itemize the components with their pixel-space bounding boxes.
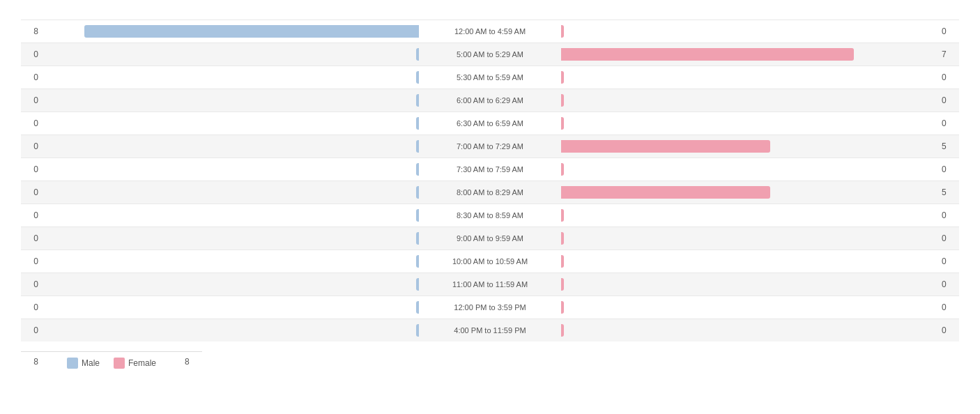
male-bar <box>416 140 419 153</box>
female-bar-container <box>560 319 938 342</box>
male-value: 0 <box>21 72 42 82</box>
male-value: 0 <box>21 187 42 197</box>
female-bar <box>561 301 564 314</box>
male-value: 0 <box>21 49 42 59</box>
time-label: 8:00 AM to 8:29 AM <box>420 188 560 197</box>
legend: MaleFemale <box>42 358 181 369</box>
bars-wrapper: 10:00 AM to 10:59 AM <box>42 250 938 273</box>
male-bar <box>416 278 419 291</box>
male-bar-container <box>42 112 420 135</box>
bars-wrapper: 4:00 PM to 11:59 PM <box>42 319 938 342</box>
male-value: 0 <box>21 141 42 151</box>
time-label: 11:00 AM to 11:59 AM <box>420 280 560 289</box>
male-bar-container <box>42 204 420 227</box>
bars-wrapper: 7:00 AM to 7:29 AM <box>42 135 938 158</box>
female-bar <box>561 232 564 245</box>
male-value: 0 <box>21 95 42 105</box>
chart-row: 04:00 PM to 11:59 PM0 <box>21 319 959 342</box>
chart-container: 812:00 AM to 4:59 AM005:00 AM to 5:29 AM… <box>0 0 980 414</box>
female-bar <box>561 48 854 61</box>
time-label: 9:00 AM to 9:59 AM <box>420 234 560 243</box>
male-bar-container <box>42 135 420 158</box>
x-axis-right: 8 <box>181 357 202 367</box>
time-label: 12:00 AM to 4:59 AM <box>420 27 560 36</box>
female-value: 7 <box>938 49 959 59</box>
female-bar <box>561 25 564 38</box>
male-bar <box>84 25 419 38</box>
time-label: 5:00 AM to 5:29 AM <box>420 50 560 59</box>
female-bar-container <box>560 20 938 43</box>
time-label: 12:00 PM to 3:59 PM <box>420 303 560 312</box>
female-value: 0 <box>938 325 959 335</box>
male-bar-container <box>42 250 420 273</box>
female-value: 0 <box>938 256 959 266</box>
female-value: 0 <box>938 279 959 289</box>
female-bar <box>561 140 770 153</box>
female-bar <box>561 71 564 84</box>
legend-male-box <box>67 358 78 369</box>
male-bar-container <box>42 273 420 296</box>
time-label: 6:00 AM to 6:29 AM <box>420 96 560 105</box>
bars-wrapper: 12:00 PM to 3:59 PM <box>42 296 938 319</box>
chart-row: 09:00 AM to 9:59 AM0 <box>21 227 959 250</box>
bars-wrapper: 6:00 AM to 6:29 AM <box>42 89 938 112</box>
male-bar-container <box>42 20 420 43</box>
male-bar-container <box>42 227 420 250</box>
female-bar-container <box>560 227 938 250</box>
female-bar-container <box>560 181 938 204</box>
time-label: 5:30 AM to 5:59 AM <box>420 73 560 82</box>
female-bar-container <box>560 273 938 296</box>
bottom-row: 8MaleFemale8 <box>21 351 959 369</box>
female-value: 0 <box>938 95 959 105</box>
female-bar-container <box>560 204 938 227</box>
time-label: 4:00 PM to 11:59 PM <box>420 326 560 335</box>
female-value: 0 <box>938 118 959 128</box>
female-bar <box>561 278 564 291</box>
female-value: 0 <box>938 302 959 312</box>
bars-wrapper: 5:00 AM to 5:29 AM <box>42 43 938 66</box>
legend-male: Male <box>67 358 100 369</box>
male-value: 0 <box>21 325 42 335</box>
male-bar-container <box>42 296 420 319</box>
male-bar-container <box>42 158 420 181</box>
male-bar <box>416 301 419 314</box>
male-value: 0 <box>21 302 42 312</box>
legend-female-label: Female <box>128 358 156 368</box>
legend-female-box <box>114 358 125 369</box>
male-bar <box>416 232 419 245</box>
bars-wrapper: 8:00 AM to 8:29 AM <box>42 181 938 204</box>
male-bar <box>416 163 419 176</box>
bars-wrapper: 9:00 AM to 9:59 AM <box>42 227 938 250</box>
female-bar-container <box>560 158 938 181</box>
male-value: 0 <box>21 279 42 289</box>
time-label: 10:00 AM to 10:59 AM <box>420 257 560 266</box>
male-bar-container <box>42 43 420 66</box>
time-label: 7:30 AM to 7:59 AM <box>420 165 560 174</box>
chart-row: 06:30 AM to 6:59 AM0 <box>21 112 959 135</box>
x-axis-center: MaleFemale <box>42 355 181 369</box>
male-bar <box>416 94 419 107</box>
male-bar <box>416 209 419 222</box>
female-bar-container <box>560 112 938 135</box>
male-value: 0 <box>21 118 42 128</box>
male-value: 0 <box>21 256 42 266</box>
bars-wrapper: 8:30 AM to 8:59 AM <box>42 204 938 227</box>
chart-row: 011:00 AM to 11:59 AM0 <box>21 273 959 296</box>
female-bar <box>561 163 564 176</box>
male-bar <box>416 255 419 268</box>
female-bar <box>561 209 564 222</box>
male-value: 0 <box>21 233 42 243</box>
female-bar-container <box>560 296 938 319</box>
female-bar <box>561 324 564 337</box>
female-bar-container <box>560 43 938 66</box>
x-axis-left: 8 <box>21 357 42 367</box>
male-value: 0 <box>21 164 42 174</box>
male-bar-container <box>42 181 420 204</box>
chart-row: 05:00 AM to 5:29 AM7 <box>21 43 959 66</box>
time-label: 7:00 AM to 7:29 AM <box>420 142 560 151</box>
male-bar-container <box>42 89 420 112</box>
female-bar <box>561 94 564 107</box>
male-value: 8 <box>21 26 42 36</box>
bars-wrapper: 11:00 AM to 11:59 AM <box>42 273 938 296</box>
male-bar <box>416 71 419 84</box>
